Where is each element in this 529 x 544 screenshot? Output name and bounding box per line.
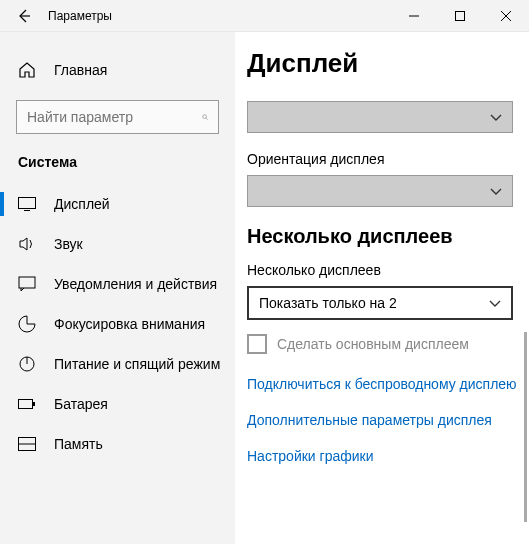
search-icon: [202, 109, 208, 125]
sidebar-item-label: Питание и спящий режим: [54, 356, 220, 372]
sidebar-section-title: Система: [0, 152, 235, 184]
svg-point-1: [203, 115, 207, 119]
primary-display-row: Сделать основным дисплеем: [247, 334, 529, 354]
minimize-icon: [409, 11, 419, 21]
multi-display-select[interactable]: Показать только на 2: [247, 286, 513, 320]
storage-icon: [18, 435, 36, 453]
chevron-down-icon: [490, 108, 502, 126]
notifications-icon: [18, 275, 36, 293]
link-wireless-display[interactable]: Подключиться к беспроводному дисплею: [247, 376, 529, 392]
chevron-down-icon: [489, 295, 501, 311]
orientation-label: Ориентация дисплея: [247, 151, 529, 167]
arrow-left-icon: [16, 8, 32, 24]
multi-display-heading: Несколько дисплеев: [247, 225, 529, 248]
sidebar-item-focus[interactable]: Фокусировка внимания: [0, 304, 235, 344]
sidebar-item-label: Уведомления и действия: [54, 276, 217, 292]
battery-icon: [18, 395, 36, 413]
orientation-dropdown[interactable]: [247, 175, 513, 207]
sidebar: Главная Система Дисплей Звук Уведомления…: [0, 32, 235, 544]
primary-display-label: Сделать основным дисплеем: [277, 336, 469, 352]
window-controls: [391, 0, 529, 32]
scale-dropdown[interactable]: [247, 101, 513, 133]
sidebar-item-label: Звук: [54, 236, 83, 252]
sidebar-item-display[interactable]: Дисплей: [0, 184, 235, 224]
window-title: Параметры: [48, 9, 112, 23]
multi-display-label: Несколько дисплеев: [247, 262, 529, 278]
sidebar-item-label: Память: [54, 436, 103, 452]
close-button[interactable]: [483, 0, 529, 32]
scrollbar[interactable]: [524, 332, 527, 522]
sidebar-item-battery[interactable]: Батарея: [0, 384, 235, 424]
sidebar-item-power[interactable]: Питание и спящий режим: [0, 344, 235, 384]
svg-rect-3: [19, 277, 35, 288]
nav-home-label: Главная: [54, 62, 107, 78]
focus-icon: [18, 315, 36, 333]
maximize-icon: [455, 11, 465, 21]
close-icon: [501, 11, 511, 21]
sidebar-item-label: Дисплей: [54, 196, 110, 212]
sidebar-item-label: Батарея: [54, 396, 108, 412]
titlebar: Параметры: [0, 0, 529, 32]
minimize-button[interactable]: [391, 0, 437, 32]
nav-home[interactable]: Главная: [0, 50, 235, 90]
sidebar-item-notifications[interactable]: Уведомления и действия: [0, 264, 235, 304]
svg-rect-6: [33, 402, 35, 406]
power-icon: [18, 355, 36, 373]
link-advanced-display[interactable]: Дополнительные параметры дисплея: [247, 412, 529, 428]
link-graphics-settings[interactable]: Настройки графики: [247, 448, 529, 464]
display-icon: [18, 195, 36, 213]
home-icon: [18, 61, 36, 79]
multi-display-value: Показать только на 2: [259, 295, 397, 311]
sound-icon: [18, 235, 36, 253]
sidebar-item-sound[interactable]: Звук: [0, 224, 235, 264]
svg-rect-5: [19, 400, 33, 409]
chevron-down-icon: [490, 182, 502, 200]
search-input-container[interactable]: [16, 100, 219, 134]
maximize-button[interactable]: [437, 0, 483, 32]
page-heading: Дисплей: [247, 48, 529, 79]
svg-rect-2: [19, 198, 36, 209]
svg-rect-0: [456, 11, 465, 20]
sidebar-item-storage[interactable]: Память: [0, 424, 235, 464]
primary-display-checkbox[interactable]: [247, 334, 267, 354]
sidebar-item-label: Фокусировка внимания: [54, 316, 205, 332]
search-input[interactable]: [27, 109, 202, 125]
back-button[interactable]: [0, 0, 48, 32]
main-panel: Дисплей Ориентация дисплея Несколько дис…: [235, 32, 529, 544]
